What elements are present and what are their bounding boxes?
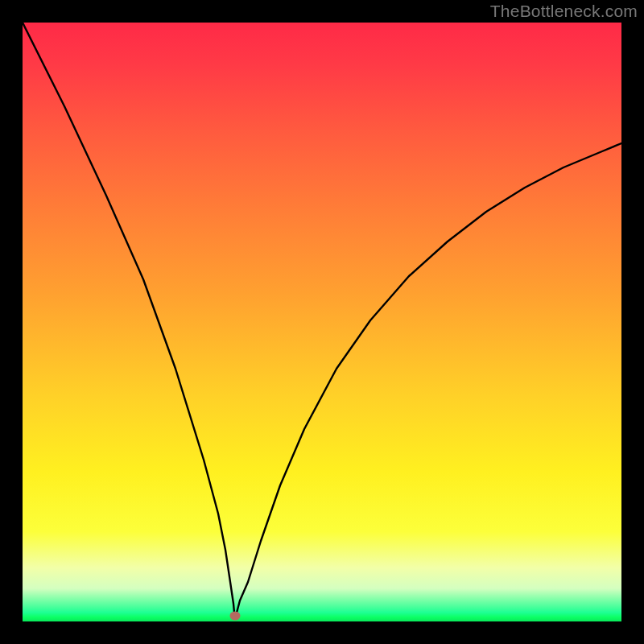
plot-area <box>23 23 621 621</box>
curve-layer <box>23 23 621 621</box>
optimum-marker <box>230 612 241 621</box>
watermark-text: TheBottleneck.com <box>490 2 638 21</box>
chart-frame: TheBottleneck.com <box>0 0 644 644</box>
bottleneck-curve <box>23 23 621 614</box>
